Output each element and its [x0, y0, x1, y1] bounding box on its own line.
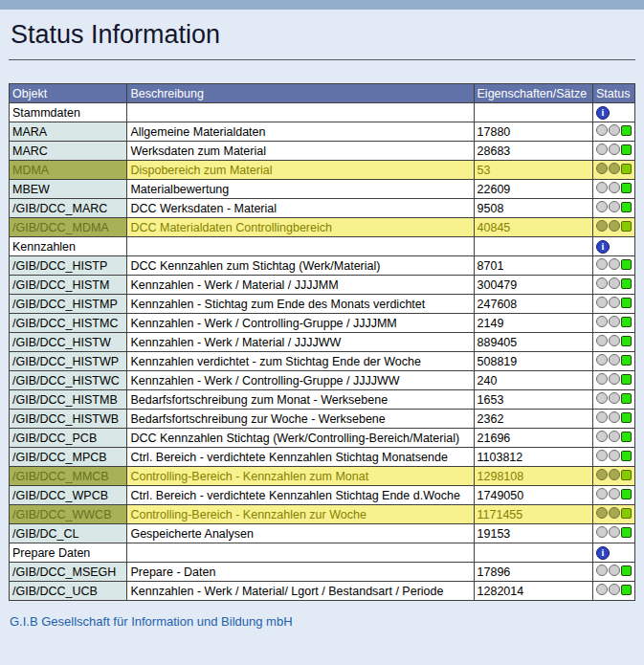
status-green-square — [621, 432, 632, 442]
table-row: /GIB/DCC_HISTMCKennzahlen - Werk / Contr… — [10, 314, 635, 333]
status-gray-circle — [609, 220, 620, 232]
traffic-light-icon — [596, 163, 632, 174]
status-gray-circle — [609, 450, 620, 461]
traffic-light-icon — [596, 526, 632, 538]
objekt-cell: /GIB/DCC_PCB — [10, 429, 127, 448]
beschreibung-cell: Kennzahlen verdichtet - zum Stichtag End… — [127, 352, 474, 371]
objekt-cell: /GIB/DCC_HISTMP — [10, 295, 127, 314]
eigenschaften-saetze-cell: 1103812 — [474, 448, 592, 467]
status-cell — [592, 429, 634, 448]
table-row: MBEWMaterialbewertung22609 — [10, 180, 635, 199]
status-green-square — [621, 144, 632, 155]
objekt-cell: /GIB/DC_CL — [10, 524, 127, 543]
beschreibung-cell: Controlling-Bereich - Kennzahlen zum Mon… — [127, 467, 474, 486]
objekt-cell: /GIB/DCC_MARC — [10, 199, 127, 218]
table-row: /GIB/DCC_HISTWPKennzahlen verdichtet - z… — [10, 352, 635, 371]
traffic-light-icon — [596, 488, 632, 499]
status-green-square — [621, 317, 632, 327]
status-gray-circle — [596, 163, 608, 174]
status-gray-circle — [596, 584, 608, 595]
status-cell — [592, 524, 634, 543]
table-row: /GIB/DCC_UCBKennzahlen - Werk / Material… — [10, 582, 635, 601]
table-row: /GIB/DCC_HISTMPKennzahlen - Stichtag zum… — [10, 295, 635, 314]
beschreibung-cell — [127, 237, 474, 256]
eigenschaften-saetze-cell: 508819 — [474, 352, 592, 371]
info-icon[interactable]: i — [596, 240, 610, 254]
status-cell — [592, 142, 634, 161]
status-gray-circle — [609, 182, 620, 193]
traffic-light-icon — [596, 450, 632, 461]
status-gray-circle — [596, 411, 608, 423]
info-icon[interactable]: i — [596, 546, 610, 560]
status-cell — [592, 199, 634, 218]
objekt-cell: MBEW — [10, 180, 127, 199]
beschreibung-cell: Kennzahlen - Werk / Controlling-Gruppe /… — [127, 314, 474, 333]
status-gray-circle — [609, 488, 620, 499]
status-green-square — [621, 355, 632, 366]
status-gray-circle — [609, 335, 620, 346]
column-header-objekt: Objekt — [10, 84, 127, 103]
beschreibung-cell: Kennzahlen - Werk / Material / JJJJMM — [127, 276, 474, 295]
traffic-light-icon — [596, 316, 632, 327]
beschreibung-cell: DCC Werksdaten - Material — [127, 199, 474, 218]
page-title: Status Information — [11, 20, 635, 50]
status-gray-circle — [609, 373, 620, 385]
status-gray-circle — [609, 526, 620, 538]
objekt-cell: /GIB/DCC_HISTM — [10, 276, 127, 295]
traffic-light-icon — [596, 431, 632, 442]
traffic-light-icon — [596, 124, 632, 136]
traffic-light-icon — [596, 258, 632, 270]
status-cell — [592, 256, 634, 276]
status-gray-circle — [609, 297, 620, 308]
status-cell — [592, 161, 634, 180]
status-cell — [592, 352, 634, 371]
traffic-light-icon — [596, 182, 632, 193]
column-header-status: Status — [592, 84, 634, 103]
status-green-square — [621, 259, 632, 270]
beschreibung-cell: Materialbewertung — [127, 180, 474, 199]
status-cell — [592, 180, 634, 199]
status-gray-circle — [609, 469, 620, 480]
info-icon[interactable]: i — [596, 106, 610, 120]
status-green-square — [621, 221, 632, 232]
status-green-square — [621, 585, 632, 595]
eigenschaften-saetze-cell — [474, 103, 592, 122]
status-cell — [592, 582, 634, 601]
objekt-cell: Kennzahlen — [10, 237, 127, 256]
table-row: /GIB/DCC_MSEGHPrepare - Daten17896 — [10, 563, 635, 582]
traffic-light-icon — [596, 144, 632, 155]
status-gray-circle — [596, 201, 608, 212]
status-gray-circle — [596, 565, 608, 576]
status-green-square — [621, 298, 632, 308]
status-gray-circle — [596, 450, 608, 461]
objekt-cell: /GIB/DCC_MSEGH — [10, 563, 127, 582]
objekt-cell: /GIB/DCC_WPCB — [10, 486, 127, 505]
status-gray-circle — [596, 182, 608, 193]
column-header-eigenschaften-saetze: Eigenschaften/Sätze — [474, 84, 592, 103]
traffic-light-icon — [596, 297, 632, 308]
objekt-cell: /GIB/DCC_HISTWP — [10, 352, 127, 371]
traffic-light-icon — [596, 469, 632, 480]
status-gray-circle — [609, 201, 620, 212]
traffic-light-icon — [596, 565, 632, 576]
eigenschaften-saetze-cell: 247608 — [474, 295, 592, 314]
traffic-light-icon — [596, 584, 632, 595]
status-gray-circle — [596, 526, 608, 538]
beschreibung-cell — [127, 543, 474, 563]
eigenschaften-saetze-cell: 1749050 — [474, 486, 592, 505]
status-gray-circle — [596, 354, 608, 366]
beschreibung-cell: Werksdaten zum Material — [127, 142, 474, 161]
status-gray-circle — [596, 144, 608, 155]
status-cell — [592, 122, 634, 142]
eigenschaften-saetze-cell: 300479 — [474, 276, 592, 295]
eigenschaften-saetze-cell: 17880 — [474, 122, 592, 142]
eigenschaften-saetze-cell: 19153 — [474, 524, 592, 543]
beschreibung-cell — [127, 103, 474, 122]
status-cell — [592, 218, 634, 237]
table-row: /GIB/DCC_MARCDCC Werksdaten - Material95… — [10, 199, 635, 218]
table-row: /GIB/DCC_MDMADCC Materialdaten Controlli… — [10, 218, 635, 237]
eigenschaften-saetze-cell: 240 — [474, 371, 592, 390]
objekt-cell: /GIB/DCC_UCB — [10, 582, 127, 601]
status-cell: i — [592, 543, 634, 563]
eigenschaften-saetze-cell: 9508 — [474, 199, 592, 218]
